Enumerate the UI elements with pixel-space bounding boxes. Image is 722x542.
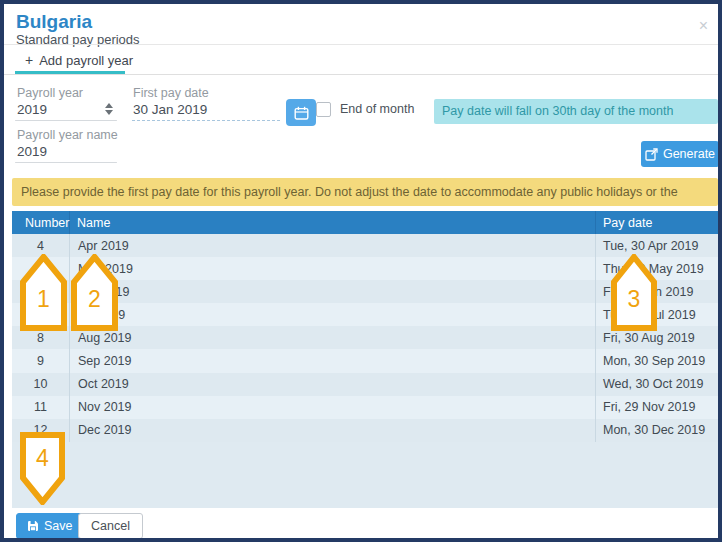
payroll-year-name-label: Payroll year name bbox=[17, 128, 118, 142]
pay-date-info-banner: Pay date will fall on 30th day of the mo… bbox=[434, 99, 718, 124]
cell-name: Apr 2019 bbox=[70, 234, 596, 257]
cancel-button[interactable]: Cancel bbox=[78, 513, 143, 539]
cell-number: 11 bbox=[12, 396, 70, 419]
first-pay-date-underline bbox=[132, 120, 280, 121]
payroll-year-select[interactable]: 2019 bbox=[17, 102, 47, 117]
column-header-pay-date[interactable]: Pay date bbox=[596, 211, 718, 234]
table-row[interactable]: 9 Sep 2019 Mon, 30 Sep 2019 bbox=[12, 349, 718, 372]
cell-number: 9 bbox=[12, 349, 70, 372]
cell-pay-date: Fri, 29 Nov 2019 bbox=[596, 396, 718, 419]
warning-banner: Please provide the first pay date for th… bbox=[12, 178, 718, 206]
payroll-year-name-underline bbox=[15, 162, 117, 163]
cell-name: Dec 2019 bbox=[70, 419, 596, 442]
callout-arrow-3: 3 bbox=[611, 254, 657, 331]
generate-button[interactable]: Generate bbox=[641, 141, 719, 167]
close-icon[interactable]: × bbox=[699, 18, 708, 34]
top-accent-bar bbox=[686, 0, 717, 4]
cell-pay-date: Wed, 30 Oct 2019 bbox=[596, 373, 718, 396]
end-of-month-label: End of month bbox=[340, 102, 414, 116]
save-label: Save bbox=[44, 519, 73, 533]
tab-label: Add payroll year bbox=[39, 53, 133, 68]
cell-name: May 2019 bbox=[70, 257, 596, 280]
cell-name: Jul 2019 bbox=[70, 303, 596, 326]
callout-arrow-2: 2 bbox=[71, 254, 118, 331]
table-header: Number Name Pay date bbox=[12, 211, 718, 234]
table-row[interactable]: 11 Nov 2019 Fri, 29 Nov 2019 bbox=[12, 396, 718, 419]
column-header-number[interactable]: Number bbox=[12, 211, 70, 234]
callout-number: 1 bbox=[20, 286, 67, 313]
table-empty-area bbox=[12, 442, 718, 508]
payroll-year-name-input[interactable]: 2019 bbox=[17, 144, 47, 159]
cell-name: Oct 2019 bbox=[70, 373, 596, 396]
cell-pay-date: Mon, 30 Dec 2019 bbox=[596, 419, 718, 442]
cell-name: Nov 2019 bbox=[70, 396, 596, 419]
first-pay-date-input[interactable]: 30 Jan 2019 bbox=[133, 102, 207, 117]
save-icon bbox=[27, 520, 39, 532]
cell-name: Aug 2019 bbox=[70, 326, 596, 349]
end-of-month-checkbox[interactable] bbox=[316, 102, 331, 117]
payroll-year-label: Payroll year bbox=[17, 86, 83, 100]
payroll-modal: Bulgaria Standard pay periods × +Add pay… bbox=[0, 0, 722, 542]
save-button[interactable]: Save bbox=[16, 513, 84, 539]
callout-arrow-4: 4 bbox=[20, 432, 65, 505]
calendar-button[interactable] bbox=[286, 99, 316, 126]
column-header-name[interactable]: Name bbox=[70, 211, 596, 234]
generate-label: Generate bbox=[663, 147, 715, 161]
table-row[interactable]: 12 Dec 2019 Mon, 30 Dec 2019 bbox=[12, 419, 718, 442]
cell-name: Sep 2019 bbox=[70, 349, 596, 372]
generate-icon bbox=[645, 148, 658, 161]
cancel-label: Cancel bbox=[91, 519, 130, 533]
callout-number: 4 bbox=[20, 445, 65, 472]
cell-number: 10 bbox=[12, 373, 70, 396]
callout-number: 3 bbox=[611, 286, 657, 313]
payroll-year-underline bbox=[15, 120, 117, 121]
tabs-divider bbox=[4, 74, 718, 75]
page-title: Bulgaria bbox=[16, 11, 92, 33]
plus-icon: + bbox=[25, 52, 33, 68]
table-row[interactable]: 10 Oct 2019 Wed, 30 Oct 2019 bbox=[12, 373, 718, 396]
calendar-icon bbox=[294, 106, 309, 120]
first-pay-date-label: First pay date bbox=[133, 86, 209, 100]
callout-arrow-1: 1 bbox=[20, 254, 67, 331]
cell-pay-date: Mon, 30 Sep 2019 bbox=[596, 349, 718, 372]
select-spinner-icon[interactable] bbox=[105, 103, 113, 115]
tab-add-payroll-year[interactable]: +Add payroll year bbox=[25, 52, 133, 68]
cell-name: Jun 2019 bbox=[70, 280, 596, 303]
callout-number: 2 bbox=[71, 286, 118, 313]
header-divider bbox=[4, 44, 718, 45]
